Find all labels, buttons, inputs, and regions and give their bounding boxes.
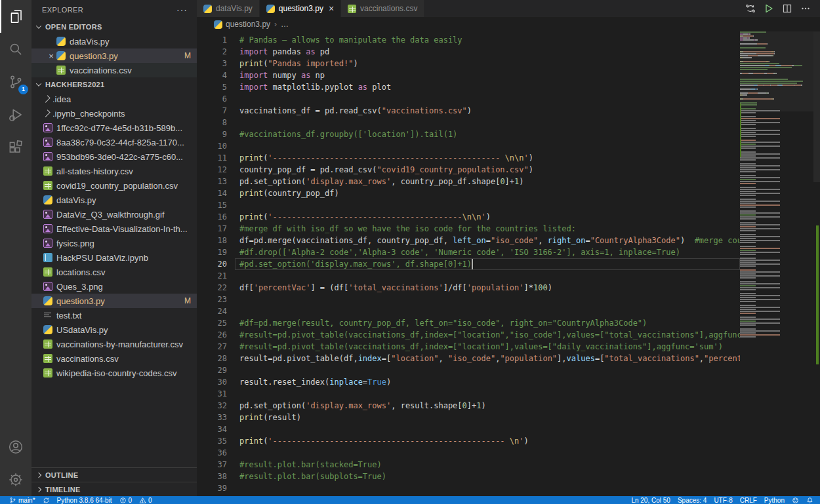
tree-item-8aa38c79-0c32-44cf-825a-1170-[interactable]: 8aa38c79-0c32-44cf-825a-1170... bbox=[31, 135, 197, 149]
code-line-27[interactable]: 27#result=pd.pivot_table(vaccinations_df… bbox=[197, 341, 740, 353]
open-editors-header[interactable]: OPEN EDITORS bbox=[31, 20, 197, 34]
tree-item-locations-csv[interactable]: locations.csv bbox=[31, 265, 197, 279]
code-line-30[interactable]: 30result.reset_index(inplace=True) bbox=[197, 376, 740, 388]
code-line-17[interactable]: 17#merge df with iso_df so we have the i… bbox=[197, 223, 740, 235]
status-spaces-4[interactable]: Spaces: 4 bbox=[678, 497, 707, 504]
code-line-23[interactable]: 23 bbox=[197, 294, 740, 305]
tab-datavis-py[interactable]: dataVis.py bbox=[197, 0, 260, 17]
code-line-31[interactable]: 31 bbox=[197, 388, 740, 400]
tree-item-wikipedia-iso-country-codes-csv[interactable]: wikipedia-iso-country-codes.csv bbox=[31, 366, 197, 380]
code-line-4[interactable]: 4import numpy as np bbox=[197, 69, 740, 81]
activity-run-debug-icon[interactable] bbox=[0, 98, 31, 131]
status-utf-8[interactable]: UTF-8 bbox=[714, 497, 732, 504]
code-line-2[interactable]: 2import pandas as pd bbox=[197, 46, 740, 58]
code-line-6[interactable]: 6 bbox=[197, 93, 740, 105]
tab-question3-py[interactable]: question3.py× bbox=[260, 0, 341, 17]
code-line-36[interactable]: 36 bbox=[197, 447, 740, 459]
status-crlf[interactable]: CRLF bbox=[740, 497, 757, 504]
breadcrumb-more[interactable]: … bbox=[281, 20, 289, 29]
more-actions-icon[interactable]: ··· bbox=[176, 5, 188, 15]
activity-account-icon[interactable] bbox=[0, 431, 31, 463]
outline-header[interactable]: OUTLINE bbox=[31, 467, 197, 482]
tab-vaccinations-csv[interactable]: vaccinations.csv bbox=[341, 0, 424, 17]
tree-item--idea[interactable]: .idea bbox=[31, 92, 197, 106]
tree-item-ques-3-png[interactable]: Ques_3.png bbox=[31, 279, 197, 294]
tree-item-dataviz-q3-walkthrough-gif[interactable]: DataViz_Q3_walkthrough.gif bbox=[31, 207, 197, 222]
code-line-38[interactable]: 38#result.plot.bar(subplots=True) bbox=[197, 471, 740, 482]
activity-source-control-icon[interactable]: 1 bbox=[0, 66, 31, 98]
code-line-3[interactable]: 3print("Pandas imported!") bbox=[197, 58, 740, 69]
status-warning[interactable]: 0 bbox=[139, 497, 152, 504]
workspace-header[interactable]: HACKHERS2021 bbox=[31, 77, 197, 92]
status-bell[interactable] bbox=[806, 497, 813, 504]
code-line-28[interactable]: 28result=pd.pivot_table(df,index=["locat… bbox=[197, 353, 740, 364]
tree-item-1ffcc92c-d77e-4e5d-b31b-589b-[interactable]: 1ffcc92c-d77e-4e5d-b31b-589b... bbox=[31, 121, 197, 135]
code-line-21[interactable]: 21 bbox=[197, 270, 740, 282]
scrollbar-thumb[interactable] bbox=[813, 31, 820, 182]
open-editor-vaccinations-csv[interactable]: vaccinations.csv bbox=[31, 63, 197, 77]
tree-item-question3-py[interactable]: question3.pyM bbox=[31, 294, 197, 308]
status-sync[interactable] bbox=[43, 497, 50, 504]
tree-item-fysics-png[interactable]: fysics.png bbox=[31, 236, 197, 250]
editor-more-actions-icon[interactable] bbox=[796, 0, 815, 17]
tree-item-datavis-py[interactable]: dataVis.py bbox=[31, 193, 197, 207]
minimap[interactable] bbox=[740, 31, 813, 496]
code-line-9[interactable]: 9#vaccinations_df.groupby(['location']).… bbox=[197, 128, 740, 140]
code-lines[interactable]: 1# Pandas — allows to manipulate the dat… bbox=[197, 31, 740, 496]
tree-item-usdatavis-py[interactable]: USdataVis.py bbox=[31, 322, 197, 337]
code-line-33[interactable]: 33print(result) bbox=[197, 412, 740, 423]
status-python[interactable]: Python bbox=[764, 497, 785, 504]
activity-explorer-icon[interactable] bbox=[0, 0, 31, 33]
loop-arrows-icon[interactable] bbox=[741, 0, 760, 17]
tree-item-all-states-history-csv[interactable]: all-states-history.csv bbox=[31, 164, 197, 178]
code-line-35[interactable]: 35print('-------------------------------… bbox=[197, 435, 740, 447]
code-line-25[interactable]: 25#df=pd.merge(result, country_pop_df, l… bbox=[197, 317, 740, 329]
code-line-22[interactable]: 22df['percentVac'] = (df['total_vaccinat… bbox=[197, 282, 740, 294]
status-ln-20-col-50[interactable]: Ln 20, Col 50 bbox=[631, 497, 670, 504]
code-line-15[interactable]: 15 bbox=[197, 199, 740, 211]
tree-item-vaccinations-csv[interactable]: vaccinations.csv bbox=[31, 351, 197, 366]
code-line-34[interactable]: 34 bbox=[197, 423, 740, 435]
timeline-header[interactable]: TIMELINE bbox=[31, 482, 197, 496]
run-python-file-button[interactable] bbox=[760, 0, 778, 17]
tree-item-hackpsu-dataviz-ipynb[interactable]: HackPSU DataViz.ipynb bbox=[31, 250, 197, 265]
status-python-3-8-6-64-bit[interactable]: Python 3.8.6 64-bit bbox=[57, 497, 112, 504]
code-line-1[interactable]: 1# Pandas — allows to manipulate the dat… bbox=[197, 34, 740, 46]
code-line-20[interactable]: 20#pd.set_option('display.max_rows', df.… bbox=[197, 258, 740, 270]
split-editor-icon[interactable] bbox=[778, 0, 796, 17]
status-branch[interactable]: main* bbox=[9, 497, 35, 504]
code-line-18[interactable]: 18df=pd.merge(vaccinations_df, country_p… bbox=[197, 235, 740, 246]
breadcrumb[interactable]: question3.py › … bbox=[197, 17, 820, 31]
code-line-5[interactable]: 5import matplotlib.pyplot as plot bbox=[197, 81, 740, 93]
code-line-10[interactable]: 10 bbox=[197, 140, 740, 152]
close-editor-icon[interactable]: × bbox=[46, 51, 56, 61]
code-line-14[interactable]: 14print(country_pop_df) bbox=[197, 187, 740, 199]
close-tab-icon[interactable]: × bbox=[329, 3, 334, 14]
code-line-13[interactable]: 13pd.set_option('display.max_rows', coun… bbox=[197, 176, 740, 187]
activity-search-icon[interactable] bbox=[0, 33, 31, 66]
code-line-8[interactable]: 8 bbox=[197, 117, 740, 128]
status-error[interactable]: 0 bbox=[119, 497, 133, 504]
code-line-7[interactable]: 7vaccinations_df = pd.read_csv("vaccinat… bbox=[197, 105, 740, 117]
code-line-12[interactable]: 12country_pop_df = pd.read_csv("covid19_… bbox=[197, 164, 740, 176]
code-line-19[interactable]: 19#df.drop(['Alpha-2 code','Alpha-3 code… bbox=[197, 246, 740, 258]
code-line-32[interactable]: 32pd.set_option('display.max_rows', resu… bbox=[197, 400, 740, 412]
open-editor-datavis-py[interactable]: dataVis.py bbox=[31, 34, 197, 48]
activity-extensions-icon[interactable] bbox=[0, 131, 31, 164]
activity-settings-icon[interactable] bbox=[0, 463, 31, 496]
tree-item-test-txt[interactable]: test.txt bbox=[31, 308, 197, 322]
open-editor-question3-py[interactable]: ×question3.pyM bbox=[31, 48, 197, 63]
code-line-39[interactable]: 39 bbox=[197, 482, 740, 494]
code-line-26[interactable]: 26#result=pd.pivot_table(vaccinations_df… bbox=[197, 329, 740, 341]
code-line-16[interactable]: 16print('-------------------------------… bbox=[197, 211, 740, 223]
tree-item--ipynb-checkpoints[interactable]: .ipynb_checkpoints bbox=[31, 106, 197, 121]
code-line-29[interactable]: 29 bbox=[197, 364, 740, 376]
status-feedback[interactable] bbox=[792, 497, 799, 504]
tree-item-covid19-country-population-csv[interactable]: covid19_country_population.csv bbox=[31, 178, 197, 193]
minimap-viewport[interactable] bbox=[740, 31, 813, 111]
breadcrumb-file[interactable]: question3.py bbox=[226, 20, 270, 29]
code-line-37[interactable]: 37#result.plot.bar(stacked=True) bbox=[197, 459, 740, 471]
tree-item-953bdb96-3de0-422c-a775-c60-[interactable]: 953bdb96-3de0-422c-a775-c60... bbox=[31, 149, 197, 164]
code-line-24[interactable]: 24 bbox=[197, 305, 740, 317]
tree-item-vaccinations-by-manufacturer-csv[interactable]: vaccinations-by-manufacturer.csv bbox=[31, 337, 197, 351]
